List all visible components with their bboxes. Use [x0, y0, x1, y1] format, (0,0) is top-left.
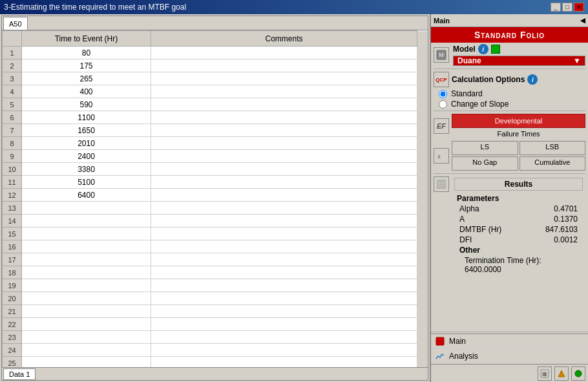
time-cell[interactable]: 265 [22, 72, 151, 85]
failure-times-label: Failure Times [452, 129, 585, 138]
calc-options-label: Calculation Options [452, 75, 525, 84]
time-cell[interactable]: 3380 [22, 163, 151, 176]
cumulative-btn[interactable]: Cumulative [520, 156, 586, 171]
comment-cell[interactable] [151, 215, 417, 228]
table-row: 24 [3, 344, 428, 357]
comment-cell[interactable] [151, 85, 417, 98]
comment-cell[interactable] [151, 137, 417, 150]
radio-standard[interactable] [439, 90, 447, 98]
comment-cell[interactable] [151, 59, 417, 72]
time-cell[interactable] [22, 202, 151, 215]
comment-cell[interactable] [151, 98, 417, 111]
comment-cell[interactable] [151, 305, 417, 318]
tool-btn-3[interactable] [571, 366, 585, 381]
lsb-btn[interactable]: LSB [520, 141, 586, 155]
nav-analysis[interactable]: Analysis [431, 349, 588, 364]
comment-cell[interactable] [151, 228, 417, 240]
time-cell[interactable]: 6400 [22, 189, 151, 202]
row-number: 7 [3, 124, 22, 137]
data-tab[interactable]: Data 1 [3, 368, 36, 380]
comment-cell[interactable] [151, 189, 417, 202]
model-icon-btn[interactable]: M [434, 47, 449, 63]
comment-cell[interactable] [151, 150, 417, 163]
developmental-btn[interactable]: Developmental [452, 114, 585, 128]
calc-options-info-icon[interactable]: i [527, 74, 538, 85]
comment-cell[interactable] [151, 331, 417, 344]
time-cell[interactable]: 2010 [22, 137, 151, 150]
comment-cell[interactable] [151, 72, 417, 85]
fit-icon-btn[interactable]: ± [434, 148, 449, 164]
ef-icon-btn[interactable]: EF [434, 118, 449, 134]
maximize-button[interactable]: □ [562, 3, 572, 12]
comment-cell[interactable] [151, 318, 417, 331]
time-cell[interactable]: 5100 [22, 176, 151, 189]
model-dropdown[interactable]: Duane ▼ [453, 56, 585, 66]
time-cell[interactable] [22, 253, 151, 266]
comment-cell[interactable] [151, 357, 417, 368]
param-name: Alpha [459, 204, 524, 213]
scroll-col [417, 202, 428, 215]
nav-main[interactable]: Main [431, 334, 588, 349]
comment-cell[interactable] [151, 111, 417, 124]
table-row: 71650 [3, 124, 428, 137]
comment-cell[interactable] [151, 266, 417, 279]
minimize-button[interactable]: _ [551, 3, 561, 12]
param-value: 0.1370 [524, 215, 578, 224]
time-cell[interactable] [22, 331, 151, 344]
time-cell[interactable]: 1650 [22, 124, 151, 137]
time-cell[interactable] [22, 240, 151, 253]
time-cell[interactable] [22, 215, 151, 228]
comment-cell[interactable] [151, 344, 417, 357]
time-cell[interactable]: 590 [22, 98, 151, 111]
scroll-col [417, 215, 428, 228]
sidebar-content: M Model i Duane ▼ [431, 43, 588, 330]
col-header-rownum [3, 31, 22, 47]
close-button[interactable]: ✕ [574, 3, 584, 12]
time-cell[interactable] [22, 292, 151, 305]
row-number: 4 [3, 85, 22, 98]
time-cell[interactable] [22, 357, 151, 368]
row-number: 14 [3, 215, 22, 228]
model-section-row: M Model i Duane ▼ [431, 43, 588, 67]
comment-cell[interactable] [151, 124, 417, 137]
time-cell[interactable] [22, 279, 151, 292]
svg-rect-7 [436, 337, 444, 345]
comment-cell[interactable] [151, 253, 417, 266]
collapse-icon[interactable]: ◀ [580, 17, 585, 24]
time-cell[interactable]: 2400 [22, 150, 151, 163]
qcp-icon-btn[interactable]: QCP [434, 72, 449, 87]
comment-cell[interactable] [151, 240, 417, 253]
time-cell[interactable]: 80 [22, 47, 151, 59]
comment-cell[interactable] [151, 279, 417, 292]
time-cell[interactable]: 175 [22, 59, 151, 72]
spreadsheet: Time to Event (Hr) Comments 180217532654… [2, 30, 428, 367]
model-info-icon[interactable]: i [478, 44, 488, 54]
time-cell[interactable]: 1100 [22, 111, 151, 124]
time-cell[interactable] [22, 228, 151, 240]
scroll-col [417, 111, 428, 124]
results-icon-btn[interactable] [434, 176, 449, 192]
right-separator [431, 332, 588, 332]
scroll-col [417, 253, 428, 266]
table-row: 17 [3, 253, 428, 266]
sheet-tab-a50[interactable]: A50 [3, 17, 28, 30]
radio-change-of-slope[interactable] [439, 100, 447, 109]
comment-cell[interactable] [151, 292, 417, 305]
ls-btn[interactable]: LS [452, 141, 518, 155]
col-header-time[interactable]: Time to Event (Hr) [22, 31, 151, 47]
time-cell[interactable] [22, 266, 151, 279]
time-cell[interactable] [22, 344, 151, 357]
time-cell[interactable] [22, 318, 151, 331]
right-bottom-nav: Main Analysis [431, 334, 588, 364]
time-cell[interactable] [22, 305, 151, 318]
window-controls[interactable]: _ □ ✕ [551, 3, 584, 12]
comment-cell[interactable] [151, 176, 417, 189]
comment-cell[interactable] [151, 47, 417, 59]
tool-btn-1[interactable]: ▦ [538, 366, 552, 381]
comment-cell[interactable] [151, 163, 417, 176]
col-header-comments[interactable]: Comments [151, 31, 417, 47]
nogap-btn[interactable]: No Gap [452, 156, 518, 171]
time-cell[interactable]: 400 [22, 85, 151, 98]
comment-cell[interactable] [151, 202, 417, 215]
tool-btn-2[interactable] [554, 366, 569, 381]
